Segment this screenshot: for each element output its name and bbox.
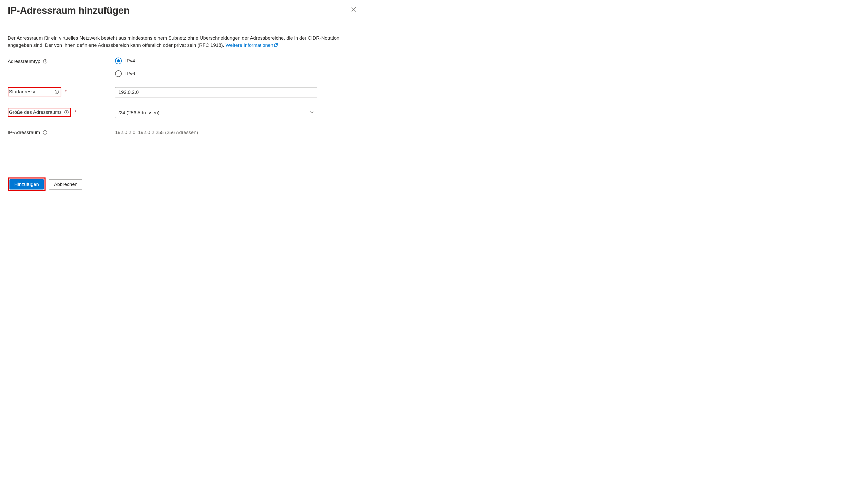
ip-space-value: 192.0.2.0–192.0.2.255 (256 Adressen) — [115, 128, 317, 135]
ip-space-control: 192.0.2.0–192.0.2.255 (256 Adressen) — [115, 128, 317, 135]
panel-footer: Hinzufügen Abbrechen — [8, 177, 358, 191]
svg-rect-13 — [45, 132, 45, 134]
label-address-type: Adressraumtyp — [8, 57, 115, 64]
svg-point-3 — [45, 60, 45, 61]
add-ip-space-panel: IP-Adressraum hinzufügen Der Adressraum … — [0, 0, 366, 199]
radio-ipv6-label: IPv6 — [125, 71, 135, 76]
highlight-address-size: Größe des Adressraums — [8, 108, 71, 117]
field-ip-space: IP-Adressraum 192.0.2.0–192.0.2.255 (256… — [8, 128, 358, 135]
radio-ipv4-label: IPv4 — [125, 58, 135, 64]
field-address-type: Adressraumtyp IPv4 IPv6 — [8, 57, 358, 77]
highlight-add-button: Hinzufügen — [8, 177, 45, 191]
svg-point-12 — [45, 132, 45, 132]
highlight-start-address: Startadresse — [8, 87, 61, 96]
start-address-control — [115, 87, 317, 97]
start-address-input[interactable] — [115, 87, 317, 97]
info-icon[interactable] — [64, 110, 69, 115]
external-link-icon — [274, 42, 278, 49]
info-icon[interactable] — [54, 90, 59, 94]
required-indicator: * — [65, 89, 67, 94]
label-address-size-area: Größe des Adressraums * — [8, 108, 115, 117]
label-start-address-area: Startadresse * — [8, 87, 115, 96]
required-indicator: * — [75, 110, 76, 115]
label-start-address: Startadresse — [9, 89, 37, 95]
add-button[interactable]: Hinzufügen — [9, 179, 44, 189]
footer-divider — [8, 171, 358, 171]
learn-more-link[interactable]: Weitere Informationen — [226, 42, 278, 48]
cancel-button[interactable]: Abbrechen — [49, 179, 82, 189]
field-address-size: Größe des Adressraums * /24 (256 Adresse… — [8, 108, 358, 118]
address-size-control: /24 (256 Adressen) — [115, 108, 317, 118]
info-icon[interactable] — [43, 59, 48, 64]
form: Adressraumtyp IPv4 IPv6 — [8, 57, 358, 135]
radio-ipv6[interactable]: IPv6 — [115, 70, 317, 77]
svg-point-9 — [66, 111, 67, 112]
address-size-select[interactable]: /24 (256 Adressen) — [115, 108, 317, 118]
label-address-size: Größe des Adressraums — [9, 109, 62, 115]
radio-indicator-unselected — [115, 70, 122, 77]
close-button[interactable] — [349, 5, 358, 14]
svg-rect-4 — [45, 61, 45, 62]
svg-point-6 — [56, 91, 57, 91]
panel-header: IP-Adressraum hinzufügen — [8, 5, 358, 16]
field-start-address: Startadresse * — [8, 87, 358, 97]
radio-indicator-selected — [115, 57, 122, 64]
label-ip-space: IP-Adressraum — [8, 130, 40, 135]
address-type-control: IPv4 IPv6 — [115, 57, 317, 77]
svg-rect-10 — [66, 112, 67, 113]
label-ip-space-area: IP-Adressraum — [8, 128, 115, 135]
address-type-radiogroup: IPv4 IPv6 — [115, 57, 317, 77]
description-text: Der Adressraum für ein virtuelles Netzwe… — [8, 35, 339, 48]
svg-rect-7 — [56, 92, 57, 93]
close-icon — [351, 7, 356, 12]
panel-description: Der Adressraum für ein virtuelles Netzwe… — [8, 34, 358, 49]
radio-ipv4[interactable]: IPv4 — [115, 57, 317, 64]
address-size-value: /24 (256 Adressen) — [115, 108, 317, 118]
panel-title: IP-Adressraum hinzufügen — [8, 5, 130, 16]
info-icon[interactable] — [43, 130, 47, 135]
